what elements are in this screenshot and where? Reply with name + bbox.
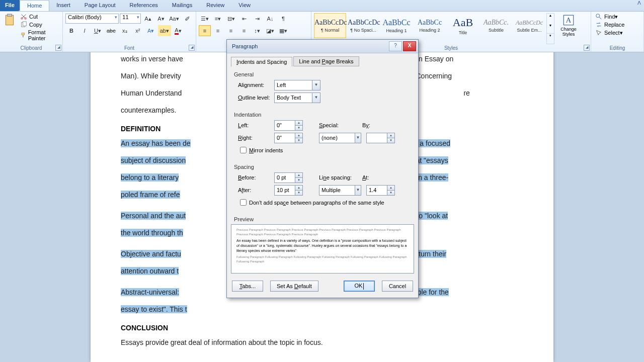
ribbon-tabs: File Home Insert Page Layout References …: [0, 0, 644, 12]
tab-home[interactable]: Home: [20, 0, 49, 11]
ok-button[interactable]: OK: [344, 281, 375, 292]
borders-button[interactable]: ▦▾: [277, 25, 289, 36]
decrease-indent-button[interactable]: ⇤: [238, 13, 250, 24]
tab-view[interactable]: View: [231, 0, 258, 11]
clipboard-launcher[interactable]: ◢: [55, 45, 61, 51]
cancel-button[interactable]: Cancel: [382, 281, 413, 292]
align-center-button[interactable]: ≡: [212, 25, 224, 36]
dialog-titlebar[interactable]: Paragraph ? X: [227, 40, 418, 53]
copy-icon: [20, 21, 27, 28]
style-title[interactable]: AaBTitle: [447, 13, 479, 38]
change-styles-label: Change Styles: [556, 27, 581, 37]
svg-rect-5: [23, 22, 26, 26]
at-spinner[interactable]: ▲▼: [366, 185, 395, 196]
indent-right-label: Right:: [234, 135, 274, 141]
paste-button[interactable]: [2, 13, 17, 45]
style-normal[interactable]: AaBbCcDc¶ Normal: [314, 13, 346, 38]
bullets-button[interactable]: ☰▾: [199, 13, 211, 24]
numbering-button[interactable]: ≡▾: [212, 13, 224, 24]
special-select[interactable]: ▼: [319, 133, 361, 143]
justify-button[interactable]: ≡: [238, 25, 250, 36]
tab-mailings[interactable]: Mailings: [165, 0, 199, 11]
copy-button[interactable]: Copy: [18, 21, 60, 29]
clear-formatting-button[interactable]: ✐: [181, 13, 193, 24]
increase-indent-button[interactable]: ⇥: [251, 13, 263, 24]
eraser-icon: ✐: [185, 15, 190, 23]
shading-button[interactable]: ◪▾: [264, 25, 276, 36]
styles-scroll[interactable]: ▲▼▾: [546, 13, 554, 44]
help-button[interactable]: ?: [389, 41, 402, 51]
bullets-icon: ☰: [201, 16, 206, 22]
multilevel-button[interactable]: ⊟▾: [225, 13, 237, 24]
change-case-button[interactable]: Aa▾: [168, 13, 180, 24]
font-color-button[interactable]: A▾: [172, 25, 184, 36]
italic-button[interactable]: I: [78, 25, 91, 36]
tab-file[interactable]: File: [0, 0, 20, 11]
shrink-font-button[interactable]: A▾: [155, 13, 167, 24]
style-no-spacing[interactable]: AaBbCcDc¶ No Spaci...: [347, 13, 379, 38]
font-size-value: 11: [122, 14, 128, 20]
dialog-title: Paragraph: [229, 43, 388, 49]
indentation-label: Indentation: [234, 112, 411, 118]
tabs-button[interactable]: Tabs...: [232, 281, 263, 292]
before-label: Before:: [234, 174, 274, 180]
font-launcher[interactable]: ◢: [189, 45, 195, 51]
at-label: At:: [362, 174, 382, 180]
cut-button[interactable]: Cut: [18, 13, 60, 21]
font-name-select[interactable]: Calibri (Body): [65, 14, 119, 24]
line-spacing-select[interactable]: ▼: [319, 185, 361, 196]
find-button[interactable]: Find ▾: [593, 13, 641, 21]
align-right-button[interactable]: ≡: [225, 25, 237, 36]
strikethrough-button[interactable]: abc: [105, 25, 118, 36]
format-painter-button[interactable]: Format Painter: [18, 29, 60, 42]
by-label: By:: [362, 122, 382, 128]
heading-conclusion: CONCLUSION: [121, 324, 523, 332]
sort-button[interactable]: A↓: [264, 13, 276, 24]
tab-insert[interactable]: Insert: [49, 0, 77, 11]
font-size-select[interactable]: 11: [120, 14, 141, 24]
show-marks-button[interactable]: ¶: [277, 13, 289, 24]
styles-launcher[interactable]: ◢: [584, 45, 590, 51]
before-spinner[interactable]: ▲▼: [274, 172, 303, 183]
style-subtitle[interactable]: AaBbCc.Subtitle: [480, 13, 512, 38]
tab-page-layout[interactable]: Page Layout: [77, 0, 123, 11]
select-button[interactable]: Select ▾: [593, 29, 641, 37]
minimize-ribbon-icon[interactable]: ᐱ: [634, 0, 644, 11]
superscript-button[interactable]: x²: [132, 25, 144, 36]
alignment-select[interactable]: ▼: [274, 80, 320, 90]
text-effects-button[interactable]: A▾: [145, 25, 157, 36]
after-spinner[interactable]: ▲▼: [274, 185, 303, 196]
mirror-indents-checkbox[interactable]: Mirror indents: [238, 145, 411, 155]
style-heading2[interactable]: AaBbCcHeading 2: [414, 13, 446, 38]
change-styles-button[interactable]: A Change Styles: [555, 13, 582, 45]
editing-group-label: Editing: [593, 45, 641, 52]
style-subtle-em[interactable]: AaBbCcDcSubtle Em...: [513, 13, 545, 38]
underline-button[interactable]: U▾: [92, 25, 104, 36]
line-spacing-button[interactable]: ↕▾: [251, 25, 263, 36]
set-default-button[interactable]: Set As Default: [270, 281, 318, 292]
tab-indents-spacing[interactable]: Indents and Spacing: [231, 57, 292, 67]
svg-rect-6: [22, 33, 25, 35]
tab-line-page-breaks[interactable]: Line and Page Breaks: [293, 56, 359, 66]
highlight-button[interactable]: ab▾: [158, 25, 171, 36]
bold-button[interactable]: B: [65, 25, 77, 36]
outline-label: Outline level:: [234, 95, 274, 101]
indent-left-spinner[interactable]: ▲▼: [274, 120, 303, 131]
indent-right-spinner[interactable]: ▲▼: [274, 133, 303, 143]
general-label: General: [234, 71, 411, 77]
svg-rect-0: [6, 15, 13, 25]
no-space-same-style-checkbox[interactable]: Don't add space between paragraphs of th…: [238, 198, 411, 207]
tab-review[interactable]: Review: [199, 0, 231, 11]
style-heading1[interactable]: AaBbCcHeading 1: [380, 13, 413, 38]
cut-label: Cut: [29, 14, 38, 20]
tab-references[interactable]: References: [123, 0, 165, 11]
by-spinner[interactable]: ▲▼: [366, 133, 395, 143]
grow-font-button[interactable]: A▴: [142, 13, 154, 24]
align-left-button[interactable]: ≡: [199, 25, 211, 36]
replace-button[interactable]: Replace: [593, 21, 641, 29]
find-icon: [595, 13, 602, 20]
clipboard-group-label: Clipboard: [2, 45, 60, 52]
close-button[interactable]: X: [403, 41, 416, 51]
subscript-button[interactable]: x₂: [119, 25, 131, 36]
outline-select[interactable]: ▼: [274, 93, 320, 103]
